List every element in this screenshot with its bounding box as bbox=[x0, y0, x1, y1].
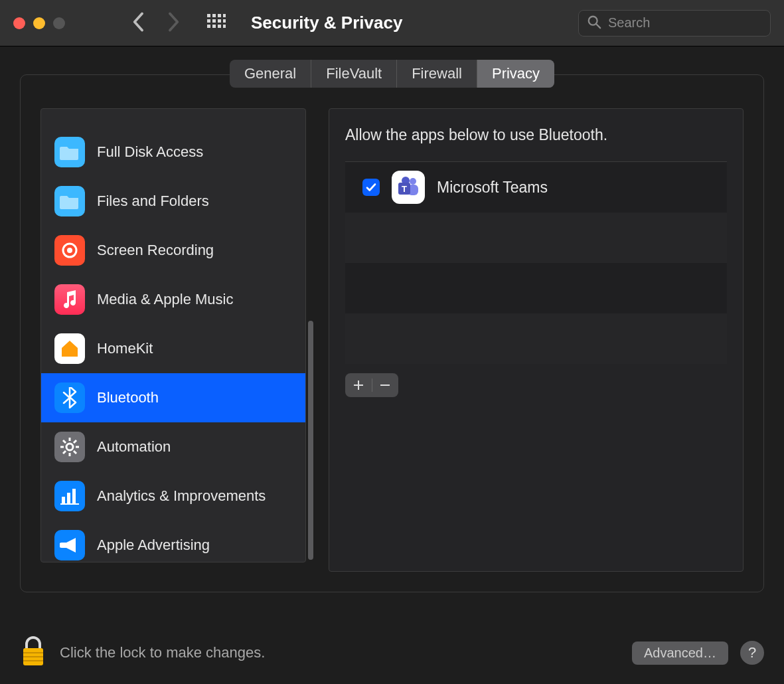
home-icon bbox=[54, 333, 85, 364]
app-checkbox[interactable] bbox=[362, 179, 380, 196]
sidebar-item-label: Files and Folders bbox=[97, 193, 209, 210]
search-input[interactable] bbox=[608, 15, 762, 31]
svg-line-24 bbox=[74, 440, 76, 443]
sidebar-item-label: Media & Apple Music bbox=[97, 291, 233, 308]
lock-icon[interactable] bbox=[20, 635, 46, 671]
tab-privacy[interactable]: Privacy bbox=[477, 60, 554, 88]
back-button[interactable] bbox=[131, 12, 146, 35]
sidebar-item-full-disk-access[interactable]: Full Disk Access bbox=[41, 128, 305, 177]
app-row-empty bbox=[345, 263, 727, 313]
nav-arrows bbox=[131, 12, 181, 35]
sidebar-scrollbar[interactable] bbox=[306, 108, 315, 562]
svg-rect-26 bbox=[67, 493, 70, 503]
main-pane: Full Disk Access Files and Folders Scree… bbox=[20, 74, 764, 592]
app-row-microsoft-teams[interactable]: T Microsoft Teams bbox=[345, 162, 727, 213]
svg-rect-27 bbox=[72, 489, 76, 503]
svg-rect-1 bbox=[212, 14, 216, 17]
svg-line-21 bbox=[63, 440, 66, 443]
svg-rect-6 bbox=[218, 19, 221, 23]
minimize-window-button[interactable] bbox=[33, 17, 45, 29]
svg-text:T: T bbox=[402, 184, 407, 194]
music-icon bbox=[54, 284, 85, 315]
privacy-sidebar: Full Disk Access Files and Folders Scree… bbox=[40, 108, 306, 562]
sidebar-item-screen-recording[interactable]: Screen Recording bbox=[41, 226, 305, 275]
teams-icon: T bbox=[392, 171, 425, 204]
app-list: T Microsoft Teams bbox=[345, 161, 727, 364]
sidebar-item-bluetooth[interactable]: Bluetooth bbox=[41, 373, 305, 422]
detail-pane: Allow the apps below to use Bluetooth. T bbox=[329, 108, 744, 572]
svg-point-29 bbox=[410, 178, 416, 185]
tab-general[interactable]: General bbox=[230, 60, 311, 88]
bluetooth-icon bbox=[54, 383, 85, 413]
svg-rect-0 bbox=[207, 14, 210, 17]
sidebar-item-label: Analytics & Improvements bbox=[97, 487, 266, 505]
svg-line-13 bbox=[596, 23, 600, 27]
sidebar-item-label: Apple Advertising bbox=[97, 537, 210, 554]
sidebar-item-label: Automation bbox=[97, 438, 171, 456]
sidebar-item-media-apple-music[interactable]: Media & Apple Music bbox=[41, 275, 305, 324]
svg-point-16 bbox=[66, 444, 73, 450]
app-row-empty bbox=[345, 313, 727, 364]
remove-app-button[interactable] bbox=[372, 379, 399, 391]
sidebar-item-label: Bluetooth bbox=[97, 389, 159, 406]
add-remove-control bbox=[345, 373, 398, 397]
svg-rect-10 bbox=[218, 25, 221, 28]
svg-rect-9 bbox=[212, 25, 216, 28]
sidebar-item-automation[interactable]: Automation bbox=[41, 422, 305, 471]
tab-firewall[interactable]: Firewall bbox=[397, 60, 477, 88]
app-name: Microsoft Teams bbox=[437, 179, 548, 197]
svg-line-23 bbox=[63, 451, 66, 454]
window-controls bbox=[13, 17, 65, 29]
svg-line-22 bbox=[74, 451, 76, 454]
sidebar-item-label: HomeKit bbox=[97, 340, 153, 357]
titlebar: Security & Privacy bbox=[0, 0, 784, 46]
svg-rect-7 bbox=[223, 19, 226, 23]
sidebar-item-homekit[interactable]: HomeKit bbox=[41, 324, 305, 373]
svg-point-15 bbox=[67, 248, 72, 253]
app-row-empty bbox=[345, 213, 727, 263]
tab-filevault[interactable]: FileVault bbox=[311, 60, 397, 88]
forward-button[interactable] bbox=[166, 12, 181, 35]
show-all-prefs-button[interactable] bbox=[207, 14, 226, 33]
sidebar-item-analytics[interactable]: Analytics & Improvements bbox=[41, 471, 305, 521]
sidebar-item-label: Full Disk Access bbox=[97, 143, 203, 161]
megaphone-icon bbox=[54, 530, 85, 560]
folder-icon bbox=[54, 137, 85, 167]
bars-icon bbox=[54, 481, 85, 511]
record-icon bbox=[54, 235, 85, 266]
svg-rect-3 bbox=[223, 14, 226, 17]
zoom-window-button[interactable] bbox=[53, 17, 65, 29]
footer: Click the lock to make changes. Advanced… bbox=[0, 635, 784, 671]
sidebar-item-files-and-folders[interactable]: Files and Folders bbox=[41, 177, 305, 226]
svg-rect-8 bbox=[207, 25, 210, 28]
search-icon bbox=[587, 15, 601, 32]
folder-icon bbox=[54, 186, 85, 216]
svg-rect-2 bbox=[218, 14, 221, 17]
search-field[interactable] bbox=[578, 10, 771, 37]
detail-heading: Allow the apps below to use Bluetooth. bbox=[345, 126, 727, 144]
svg-rect-11 bbox=[223, 25, 226, 28]
svg-rect-4 bbox=[207, 19, 210, 23]
lock-hint-text: Click the lock to make changes. bbox=[60, 644, 632, 661]
sidebar-scrollbar-thumb[interactable] bbox=[308, 321, 313, 560]
close-window-button[interactable] bbox=[13, 17, 25, 29]
svg-rect-5 bbox=[212, 19, 216, 23]
svg-rect-25 bbox=[62, 497, 65, 503]
sidebar-item-apple-advertising[interactable]: Apple Advertising bbox=[41, 521, 305, 562]
advanced-button[interactable]: Advanced… bbox=[632, 641, 728, 665]
sidebar-item-label: Screen Recording bbox=[97, 242, 214, 259]
help-button[interactable]: ? bbox=[740, 641, 764, 665]
add-app-button[interactable] bbox=[345, 379, 372, 391]
gear-icon bbox=[54, 432, 85, 462]
window-title: Security & Privacy bbox=[251, 13, 402, 33]
